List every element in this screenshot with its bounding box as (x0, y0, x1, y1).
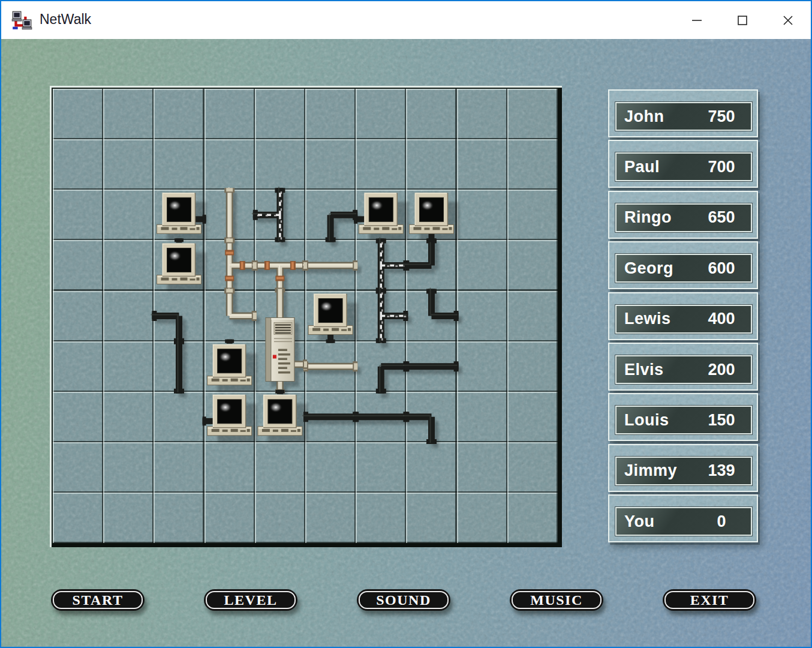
pipe-4-3-ne[interactable] (229, 289, 257, 316)
score-bar: Elvis200 (615, 355, 752, 384)
pipe-2-4-nsw[interactable] (252, 187, 281, 242)
score-player-name: Georg (616, 259, 673, 278)
score-player-value: 200 (694, 361, 748, 379)
pipe-3-4-wes[interactable] (252, 265, 307, 292)
window-title: NetWalk (40, 11, 91, 28)
pipe-4-2-ws[interactable] (151, 315, 179, 343)
score-bar: Lewis400 (615, 305, 752, 334)
pipe-2-5-es[interactable] (329, 214, 357, 242)
exit-button[interactable]: EXIT (663, 589, 756, 611)
computer-3-2[interactable] (157, 238, 202, 284)
score-bar: John750 (615, 102, 752, 131)
computer-2-6[interactable] (354, 193, 403, 233)
window-controls (674, 1, 811, 39)
start-button-label: START (73, 592, 124, 608)
minimize-button[interactable] (674, 1, 720, 39)
score-player-name: Ringo (616, 208, 672, 227)
computer-5-3[interactable] (207, 340, 252, 385)
pipe-6-7-ws[interactable] (403, 416, 431, 444)
computer-6-3[interactable] (203, 395, 252, 436)
score-row: Ringo650 (608, 191, 758, 239)
score-row: Lewis400 (608, 292, 758, 340)
sound-button-label: SOUND (376, 592, 431, 608)
music-button-label: MUSIC (530, 592, 583, 608)
score-player-value: 650 (694, 208, 748, 227)
score-row: Louis150 (608, 393, 758, 441)
score-player-name: John (616, 107, 664, 126)
score-player-value: 139 (694, 461, 748, 480)
close-icon (781, 14, 795, 27)
sound-button[interactable]: SOUND (357, 589, 450, 611)
score-bar: Ringo650 (615, 203, 752, 232)
minimize-icon (690, 14, 703, 27)
score-player-name: Elvis (616, 361, 664, 379)
score-player-name: Lewis (616, 310, 671, 328)
pipes-layer (53, 89, 558, 543)
score-player-name: Jimmy (616, 461, 677, 480)
score-player-value: 750 (694, 107, 748, 126)
score-player-value: 0 (694, 512, 748, 531)
score-player-name: Paul (616, 158, 660, 176)
pipe-6-6-we[interactable] (353, 416, 408, 417)
exit-button-label: EXIT (690, 592, 729, 608)
pipe-5-7-we[interactable] (403, 365, 458, 367)
title-bar: NetWalk (1, 1, 811, 39)
maximize-button[interactable] (720, 1, 765, 39)
pipe-5-6-es[interactable] (380, 365, 408, 394)
computer-6-4[interactable] (258, 390, 302, 436)
app-window: NetWalk John750 Paul700 Ringo650 Georg60… (0, 0, 812, 648)
score-player-value: 600 (694, 259, 748, 278)
score-bar: Paul700 (615, 152, 752, 181)
music-button[interactable]: MUSIC (510, 589, 603, 611)
pipe-4-7-ne[interactable] (431, 288, 459, 316)
score-row: Jimmy139 (608, 444, 758, 492)
score-row: Paul700 (608, 140, 758, 188)
level-button[interactable]: LEVEL (204, 589, 297, 611)
score-row: John750 (608, 89, 758, 137)
score-bar: Georg600 (615, 254, 752, 283)
level-button-label: LEVEL (224, 592, 278, 608)
netwalk-app-icon (11, 10, 32, 31)
score-row: Georg600 (608, 241, 758, 289)
pipe-3-5-we[interactable] (303, 265, 357, 265)
score-row: Elvis200 (608, 343, 758, 391)
score-player-value: 150 (694, 411, 748, 430)
game-board[interactable] (52, 88, 562, 547)
close-button[interactable] (765, 1, 811, 39)
pipe-5-5-we[interactable] (303, 366, 357, 367)
board-frame (50, 86, 562, 547)
pipe-4-6-nse[interactable] (380, 288, 409, 344)
pipe-2-3-ns[interactable] (229, 187, 230, 242)
pipe-6-5-we[interactable] (302, 416, 357, 417)
score-player-value: 400 (694, 310, 748, 328)
score-row: You0 (608, 494, 758, 542)
pipe-5-2-ns[interactable] (178, 338, 179, 394)
score-bar: Louis150 (615, 406, 752, 434)
score-bar: Jimmy139 (615, 457, 752, 485)
score-player-name: You (616, 512, 655, 531)
start-button[interactable]: START (51, 589, 145, 611)
score-player-value: 700 (694, 158, 748, 176)
score-bar: You0 (615, 507, 752, 536)
score-player-name: Louis (616, 411, 669, 430)
maximize-icon (736, 14, 749, 27)
